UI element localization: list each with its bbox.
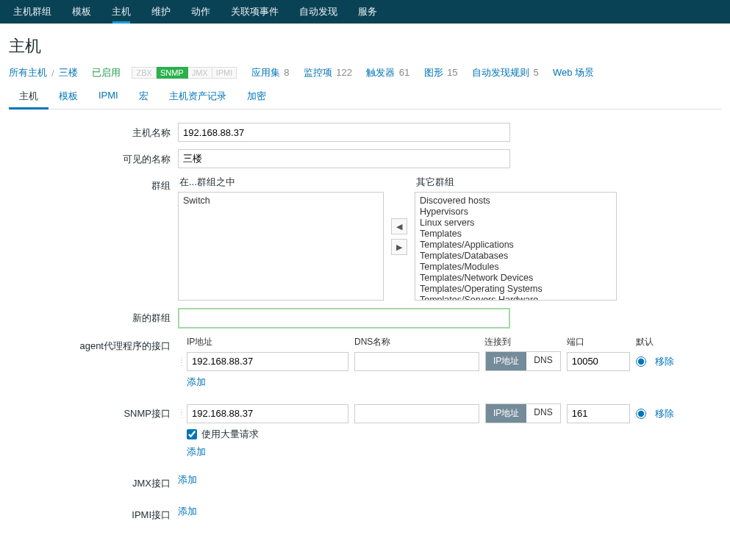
tab-macros[interactable]: 宏: [129, 85, 159, 109]
ipmi-add-link[interactable]: 添加: [178, 505, 197, 518]
content: 主机 所有主机 / 三楼 已启用 ZBX SNMP JMX IPMI 应用集 8…: [0, 24, 730, 536]
tab-inventory[interactable]: 主机资产记录: [159, 85, 237, 109]
snmp-connect-toggle[interactable]: IP地址 DNS: [485, 403, 561, 423]
nav-services[interactable]: 服务: [348, 0, 387, 23]
snmp-port-input[interactable]: [567, 404, 630, 423]
label-visible-name: 可见的名称: [9, 149, 178, 166]
snmp-ip-input[interactable]: [187, 404, 348, 423]
snmp-bulk-checkbox[interactable]: [187, 429, 197, 439]
breadcrumb: 所有主机 / 三楼 已启用 ZBX SNMP JMX IPMI 应用集 8 监控…: [9, 66, 721, 79]
other-groups-header: 其它群组: [415, 176, 617, 189]
label-host-name: 主机名称: [9, 123, 178, 140]
top-nav: 主机群组 模板 主机 维护 动作 关联项事件 自动发现 服务: [0, 0, 730, 24]
tag-snmp: SNMP: [157, 67, 188, 79]
snmp-iface-row: ⋮⋮⋮⋮ IP地址 DNS 移除: [178, 403, 721, 423]
tab-ipmi[interactable]: IPMI: [88, 85, 129, 109]
agent-default-radio[interactable]: [636, 356, 646, 367]
list-item[interactable]: Linux servers: [415, 218, 616, 229]
jmx-add-link[interactable]: 添加: [178, 473, 197, 487]
tag-ipmi: IPMI: [212, 67, 237, 79]
breadcrumb-sep: /: [51, 68, 54, 79]
list-item[interactable]: Hypervisors: [415, 207, 616, 218]
link-graphs[interactable]: 图形 15: [424, 66, 458, 79]
link-web[interactable]: Web 场景: [553, 66, 594, 79]
arrow-right-icon[interactable]: ▶: [391, 239, 407, 255]
page-title: 主机: [9, 35, 721, 57]
tab-encryption[interactable]: 加密: [237, 85, 276, 109]
toggle-dns[interactable]: DNS: [526, 352, 559, 370]
link-triggers[interactable]: 触发器 61: [366, 66, 409, 79]
snmp-add-link[interactable]: 添加: [187, 445, 206, 459]
nav-maintenance[interactable]: 维护: [141, 0, 181, 23]
nav-hosts[interactable]: 主机: [101, 0, 141, 23]
list-item[interactable]: Templates/Operating Systems: [415, 284, 616, 295]
other-groups-listbox[interactable]: Discovered hosts Hypervisors Linux serve…: [415, 192, 617, 301]
drag-handle-icon[interactable]: ⋮⋮⋮⋮: [178, 359, 187, 365]
input-visible-name[interactable]: [178, 149, 510, 168]
label-snmp-iface: SNMP接口: [9, 403, 178, 420]
tab-templates[interactable]: 模板: [49, 85, 88, 109]
agent-port-input[interactable]: [567, 352, 630, 371]
drag-handle-icon[interactable]: ⋮⋮⋮⋮: [178, 411, 187, 417]
toggle-ip[interactable]: IP地址: [486, 352, 526, 370]
link-discovery[interactable]: 自动发现规则 5: [472, 66, 539, 79]
tag-jmx: JMX: [188, 67, 212, 79]
label-agent-iface: agent代理程序的接口: [9, 336, 178, 353]
agent-connect-toggle[interactable]: IP地址 DNS: [485, 351, 561, 371]
col-port: 端口: [567, 336, 636, 348]
list-item[interactable]: Discovered hosts: [415, 195, 616, 207]
col-connect: 连接到: [484, 336, 567, 348]
input-new-group[interactable]: [178, 308, 510, 329]
status-enabled: 已启用: [92, 66, 121, 79]
in-groups-header: 在...群组之中: [178, 176, 384, 189]
link-apps[interactable]: 应用集 8: [251, 66, 290, 79]
snmp-default-radio[interactable]: [636, 409, 646, 419]
col-default: 默认: [636, 336, 695, 348]
nav-correlation[interactable]: 关联项事件: [221, 0, 289, 23]
label-new-group: 新的群组: [9, 308, 178, 325]
list-item[interactable]: Templates: [415, 229, 616, 240]
list-item[interactable]: Switch: [179, 195, 383, 207]
nav-templates[interactable]: 模板: [62, 0, 101, 23]
monitor-tags: ZBX SNMP JMX IPMI: [132, 67, 237, 79]
tab-host[interactable]: 主机: [9, 85, 49, 110]
label-ipmi-iface: IPMI接口: [9, 505, 178, 522]
breadcrumb-all-hosts[interactable]: 所有主机: [9, 66, 47, 79]
toggle-ip[interactable]: IP地址: [486, 404, 526, 423]
nav-hostgroups[interactable]: 主机群组: [3, 0, 62, 23]
label-jmx-iface: JMX接口: [9, 473, 178, 490]
link-items[interactable]: 监控项 122: [304, 66, 352, 79]
list-item[interactable]: Templates/Network Devices: [415, 273, 616, 284]
arrow-left-icon[interactable]: ◀: [391, 218, 407, 234]
list-item[interactable]: Templates/Servers Hardware: [415, 295, 616, 301]
nav-actions[interactable]: 动作: [181, 0, 221, 23]
col-ip: IP地址: [187, 336, 354, 348]
input-host-name[interactable]: [178, 123, 510, 142]
nav-discovery[interactable]: 自动发现: [289, 0, 348, 23]
tag-zbx: ZBX: [132, 67, 156, 79]
agent-dns-input[interactable]: [354, 352, 479, 371]
agent-remove-link[interactable]: 移除: [655, 355, 674, 368]
list-item[interactable]: Templates/Applications: [415, 240, 616, 251]
agent-ip-input[interactable]: [187, 352, 348, 371]
col-dns: DNS名称: [354, 336, 484, 348]
agent-add-link[interactable]: 添加: [187, 376, 206, 389]
in-groups-listbox[interactable]: Switch: [178, 192, 384, 301]
agent-iface-row: ⋮⋮⋮⋮ IP地址 DNS 移除: [178, 351, 721, 371]
breadcrumb-current[interactable]: 三楼: [59, 66, 78, 79]
snmp-remove-link[interactable]: 移除: [655, 407, 674, 420]
iface-header: IP地址 DNS名称 连接到 端口 默认: [178, 336, 721, 348]
sub-tabs: 主机 模板 IPMI 宏 主机资产记录 加密: [9, 85, 721, 110]
snmp-dns-input[interactable]: [354, 404, 479, 423]
toggle-dns[interactable]: DNS: [526, 404, 559, 423]
list-item[interactable]: Templates/Databases: [415, 251, 616, 262]
list-item[interactable]: Templates/Modules: [415, 262, 616, 273]
label-groups: 群组: [9, 176, 178, 193]
snmp-bulk-label: 使用大量请求: [201, 428, 259, 441]
